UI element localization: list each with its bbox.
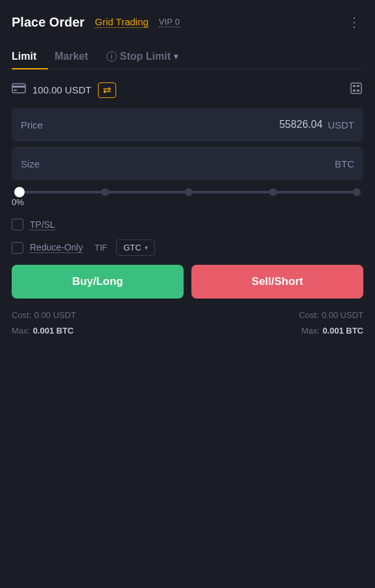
balance-row: 100.00 USDT [12,81,363,99]
buy-max-row: Max: 0.001 BTC [12,325,76,336]
tp-sl-checkbox[interactable] [12,219,23,230]
page-title: Place Order [12,15,84,30]
sell-summary: Cost: 0.00 USDT Max: 0.001 BTC [299,309,363,336]
sell-cost-value: 0.00 USDT [322,310,363,320]
tif-dropdown[interactable]: GTC ▾ [116,239,154,256]
vip-badge: VIP 0 [159,17,180,27]
transfer-button[interactable] [98,82,116,98]
sell-cost-row: Cost: 0.00 USDT [299,309,363,321]
order-type-tabs: Limit Market i Stop Limit ▾ [12,45,363,69]
tif-value: GTC [123,243,141,252]
svg-rect-4 [353,85,356,87]
calculator-button[interactable] [349,81,363,99]
vip-label: VIP [159,17,173,27]
tp-sl-row: TP/SL [12,219,363,230]
sell-cost-label: Cost: [299,310,319,320]
buy-cost-value: 0.00 USDT [34,310,76,320]
price-label: Price [21,119,279,130]
reduce-only-label[interactable]: Reduce-Only [30,242,83,253]
stop-limit-info-icon: i [106,51,117,62]
price-value: 55826.04 [279,119,322,130]
vip-level: 0 [175,17,180,27]
reduce-only-row: Reduce-Only TIF GTC ▾ [12,239,363,256]
balance-amount: 100.00 USDT [32,84,91,95]
buy-max-value: 0.001 BTC [33,326,74,336]
size-label: Size [21,158,335,169]
size-currency: BTC [335,158,354,169]
svg-rect-2 [14,90,17,91]
tif-label: TIF [95,243,108,252]
action-buttons: Buy/Long Sell/Short [12,265,363,299]
price-input-group[interactable]: Price 55826.04 USDT [12,108,363,141]
svg-rect-6 [353,90,356,92]
slider-percent: 0% [12,197,363,207]
tp-sl-label[interactable]: TP/SL [30,219,55,230]
svg-rect-1 [12,86,25,88]
cost-max-summary: Cost: 0.00 USDT Max: 0.001 BTC Cost: 0.0… [12,309,363,336]
slider-wrapper[interactable] [12,191,363,193]
buy-max-label: Max: [12,326,30,336]
svg-rect-0 [12,84,25,93]
buy-cost-row: Cost: 0.00 USDT [12,309,76,321]
card-icon [12,83,26,97]
position-slider: 0% [12,191,363,207]
svg-rect-7 [357,90,359,92]
sell-short-button[interactable]: Sell/Short [191,265,363,299]
sell-max-value: 0.001 BTC [322,326,363,336]
sell-max-row: Max: 0.001 BTC [302,325,364,336]
tab-market[interactable]: Market [54,45,100,69]
reduce-only-checkbox[interactable] [12,242,23,254]
sell-max-label: Max: [302,326,320,336]
header-left: Place Order Grid Trading VIP 0 [12,15,180,30]
balance-left: 100.00 USDT [12,82,116,98]
svg-rect-5 [357,85,359,87]
header: Place Order Grid Trading VIP 0 ⋮ [12,13,363,31]
buy-summary: Cost: 0.00 USDT Max: 0.001 BTC [12,309,76,336]
buy-cost-label: Cost: [12,310,31,320]
more-menu-button[interactable]: ⋮ [345,13,363,31]
grid-trading-link[interactable]: Grid Trading [95,16,149,28]
tab-stop-limit-label: Stop Limit [120,51,171,62]
buy-long-button[interactable]: Buy/Long [12,265,184,299]
tab-limit[interactable]: Limit [12,45,48,69]
stop-limit-chevron-icon: ▾ [174,52,178,61]
price-currency: USDT [328,119,354,130]
tab-stop-limit[interactable]: i Stop Limit ▾ [106,45,178,69]
tif-chevron-icon: ▾ [145,244,148,251]
size-input-group[interactable]: Size BTC [12,147,363,180]
svg-rect-3 [351,83,361,93]
